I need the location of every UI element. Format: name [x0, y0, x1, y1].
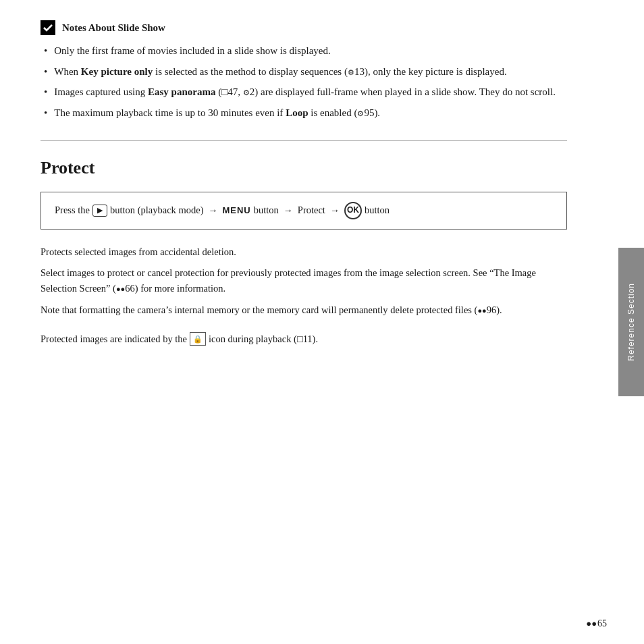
menu-label: MENU — [222, 204, 250, 218]
bullet-text-4: The maximum playback time is up to 30 mi… — [54, 105, 567, 121]
bullet-list: Only the first frame of movies included … — [41, 43, 567, 120]
divider — [41, 140, 567, 141]
arrow2: → — [284, 203, 293, 218]
protect-section: Protect Press the ▶ button (playback mod… — [41, 158, 567, 347]
cmd-middle1: button (playback mode) — [110, 203, 204, 218]
protect-label: Protect — [298, 203, 325, 218]
list-item: The maximum playback time is up to 30 mi… — [41, 105, 567, 121]
notes-section: Notes About Slide Show Only the first fr… — [41, 20, 567, 120]
cmd-prefix: Press the — [55, 203, 90, 218]
list-item: Images captured using Easy panorama (□47… — [41, 84, 567, 100]
camera-icon: ●● — [586, 618, 597, 629]
side-tab-label: Reference Section — [626, 283, 636, 361]
body-text-1: Protects selected images from accidental… — [41, 244, 567, 260]
notes-title: Notes About Slide Show — [62, 22, 165, 34]
section-title: Protect — [41, 158, 567, 178]
playback-button-icon: ▶ — [92, 205, 107, 217]
bullet-text-1: Only the first frame of movies included … — [54, 43, 567, 59]
cmd-suffix: button — [365, 203, 390, 218]
protected-line-suffix: icon during playback (□11). — [209, 331, 318, 347]
body-text-2: Select images to protect or cancel prote… — [41, 265, 567, 296]
protected-line-prefix: Protected images are indicated by the — [41, 331, 187, 347]
protected-line: Protected images are indicated by the 🔒 … — [41, 331, 567, 347]
reference-section-tab: Reference Section — [618, 248, 644, 396]
notes-header: Notes About Slide Show — [41, 20, 567, 35]
protect-icon: 🔒 — [190, 332, 206, 346]
body-text-3: Note that formatting the camera’s intern… — [41, 302, 567, 318]
arrow1: → — [208, 203, 217, 218]
ok-button-icon: OK — [344, 202, 362, 219]
arrow3: → — [330, 203, 340, 218]
bullet-text-3: Images captured using Easy panorama (□47… — [54, 84, 567, 100]
bullet-text-2: When Key picture only is selected as the… — [54, 64, 567, 80]
command-box: Press the ▶ button (playback mode) → MEN… — [41, 192, 567, 230]
list-item: Only the first frame of movies included … — [41, 43, 567, 59]
page-number: 65 — [597, 618, 607, 629]
checkbox-icon — [41, 20, 55, 35]
list-item: When Key picture only is selected as the… — [41, 64, 567, 80]
cmd-middle2: button — [254, 203, 279, 218]
page-number-area: ●●65 — [586, 618, 607, 629]
